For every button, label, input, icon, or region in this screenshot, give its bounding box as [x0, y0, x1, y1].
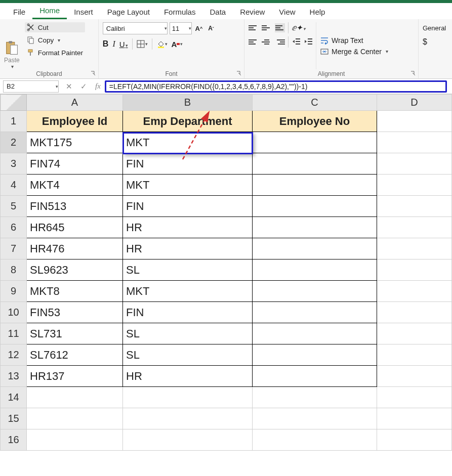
cell[interactable]	[377, 175, 452, 196]
fill-color-button[interactable]: ▾	[156, 39, 168, 49]
align-top-button[interactable]	[249, 23, 259, 32]
cell[interactable]: FIN	[123, 302, 253, 323]
align-middle-button[interactable]	[262, 23, 272, 32]
font-color-button[interactable]: A▾	[172, 39, 183, 49]
row-header[interactable]: 12	[1, 344, 27, 366]
cell[interactable]	[377, 366, 452, 387]
cell[interactable]: HR	[123, 366, 253, 387]
cell[interactable]	[253, 302, 377, 323]
cell[interactable]	[377, 153, 452, 175]
cell[interactable]: Emp Department	[123, 111, 253, 132]
borders-button[interactable]: ▾	[137, 39, 148, 49]
row-header[interactable]: 9	[1, 281, 27, 302]
row-header[interactable]: 10	[1, 302, 27, 323]
cell[interactable]	[27, 408, 123, 429]
cell[interactable]	[27, 429, 123, 451]
row-header[interactable]: 8	[1, 259, 27, 281]
cell[interactable]	[253, 387, 377, 408]
copy-button[interactable]: Copy ▾	[25, 35, 85, 45]
cell[interactable]: SL	[123, 259, 253, 281]
column-header-a[interactable]: A	[27, 95, 123, 111]
cell[interactable]	[253, 323, 377, 344]
formula-input[interactable]: =LEFT(A2,MIN(IFERROR(FIND({0,1,2,3,4,5,6…	[105, 80, 447, 93]
cell[interactable]: MKT	[123, 175, 253, 196]
cell[interactable]	[253, 175, 377, 196]
decrease-indent-button[interactable]	[292, 37, 301, 47]
cell[interactable]: SL731	[27, 323, 123, 344]
align-left-button[interactable]	[249, 37, 259, 47]
format-painter-button[interactable]: Format Painter	[25, 48, 85, 58]
font-name-select[interactable]: Calibri▾	[103, 22, 168, 34]
cell[interactable]: HR476	[27, 238, 123, 259]
menu-file[interactable]: File	[6, 5, 32, 19]
cancel-formula-button[interactable]: ✕	[62, 82, 76, 91]
wrap-text-button[interactable]: Wrap Text	[320, 36, 388, 45]
cell[interactable]	[27, 387, 123, 408]
cell[interactable]: HR	[123, 217, 253, 238]
cell[interactable]	[377, 238, 452, 259]
row-header[interactable]: 5	[1, 196, 27, 217]
cell[interactable]	[253, 344, 377, 366]
cell[interactable]	[377, 111, 452, 132]
column-header-b[interactable]: B	[123, 95, 253, 111]
cell[interactable]	[377, 281, 452, 302]
align-bottom-button[interactable]	[275, 23, 285, 32]
dialog-launcher-icon[interactable]	[410, 70, 416, 76]
menu-view[interactable]: View	[272, 5, 302, 19]
merge-center-button[interactable]: Merge & Center ▾	[320, 48, 388, 56]
row-header[interactable]: 13	[1, 366, 27, 387]
cell[interactable]: MKT	[123, 281, 253, 302]
align-right-button[interactable]	[275, 37, 285, 47]
cell[interactable]: SL	[123, 344, 253, 366]
underline-button[interactable]: U▾	[119, 40, 128, 49]
align-center-button[interactable]	[262, 37, 272, 47]
select-all-corner[interactable]	[1, 95, 27, 111]
menu-formulas[interactable]: Formulas	[157, 5, 203, 19]
cell[interactable]: SL7612	[27, 344, 123, 366]
column-header-d[interactable]: D	[377, 95, 452, 111]
cell[interactable]	[253, 366, 377, 387]
accept-formula-button[interactable]: ✓	[76, 82, 91, 91]
cell[interactable]: FIN	[123, 196, 253, 217]
number-format-select[interactable]: General	[423, 22, 448, 33]
menu-page-layout[interactable]: Page Layout	[100, 5, 157, 19]
cell[interactable]	[377, 217, 452, 238]
column-header-c[interactable]: C	[253, 95, 377, 111]
cell[interactable]	[377, 132, 452, 153]
cell[interactable]	[377, 408, 452, 429]
cell[interactable]	[377, 429, 452, 451]
cell[interactable]	[253, 132, 377, 153]
cell[interactable]	[123, 408, 253, 429]
fx-icon[interactable]: fx	[91, 82, 105, 91]
menu-review[interactable]: Review	[233, 5, 272, 19]
spreadsheet-grid[interactable]: A B C D 1 Employee Id Emp Department Emp…	[0, 94, 452, 451]
row-header[interactable]: 1	[1, 111, 27, 132]
cell[interactable]: SL9623	[27, 259, 123, 281]
cell[interactable]: MKT8	[27, 281, 123, 302]
bold-button[interactable]: B	[103, 39, 109, 49]
cell[interactable]: FIN513	[27, 196, 123, 217]
cell[interactable]	[253, 281, 377, 302]
dialog-launcher-icon[interactable]	[236, 70, 242, 76]
cell[interactable]	[253, 408, 377, 429]
cell[interactable]: HR645	[27, 217, 123, 238]
cell[interactable]	[377, 196, 452, 217]
cell[interactable]	[253, 429, 377, 451]
cell[interactable]: HR	[123, 238, 253, 259]
cell[interactable]: SL	[123, 323, 253, 344]
row-header[interactable]: 16	[1, 429, 27, 451]
orientation-button[interactable]: ⅇ✦▾	[292, 23, 306, 32]
cell[interactable]	[253, 217, 377, 238]
cell[interactable]	[253, 153, 377, 175]
cell[interactable]: FIN74	[27, 153, 123, 175]
menu-home[interactable]: Home	[32, 3, 67, 19]
cell[interactable]	[123, 387, 253, 408]
menu-data[interactable]: Data	[202, 5, 233, 19]
cell[interactable]	[123, 429, 253, 451]
cut-button[interactable]: Cut	[25, 22, 85, 32]
increase-font-button[interactable]: A^	[194, 23, 204, 34]
cell[interactable]	[253, 196, 377, 217]
cell[interactable]	[253, 238, 377, 259]
cell[interactable]	[377, 387, 452, 408]
cell[interactable]: Employee No	[253, 111, 377, 132]
